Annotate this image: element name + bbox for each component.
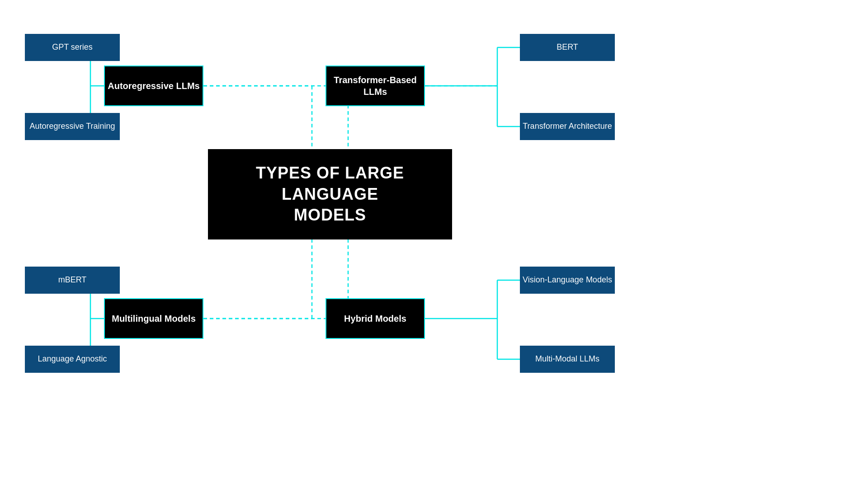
sub-box-transformer: Transformer-BasedLLMs [326, 66, 425, 106]
sub-box-hybrid-label: Hybrid Models [344, 313, 406, 324]
leaf-vision-language-label: Vision-Language Models [523, 275, 612, 285]
leaf-gpt-label: GPT series [52, 42, 93, 52]
leaf-multimodal-label: Multi-Modal LLMs [535, 354, 599, 364]
leaf-box-autoregressive-training: Autoregressive Training [25, 113, 120, 140]
leaf-box-bert: BERT [520, 34, 615, 61]
diagram: TYPES OF LARGE LANGUAGEMODELS Autoregres… [0, 0, 868, 488]
sub-box-multilingual-label: Multilingual Models [112, 313, 196, 324]
leaf-box-mbert: mBERT [25, 267, 120, 294]
sub-box-transformer-label: Transformer-BasedLLMs [334, 74, 416, 98]
leaf-box-transformer-arch: Transformer Architecture [520, 113, 615, 140]
leaf-bert-label: BERT [557, 42, 578, 52]
leaf-mbert-label: mBERT [58, 275, 87, 285]
sub-box-multilingual: Multilingual Models [104, 298, 203, 339]
center-box: TYPES OF LARGE LANGUAGEMODELS [208, 149, 452, 239]
leaf-transformer-arch-label: Transformer Architecture [523, 121, 612, 131]
sub-box-hybrid: Hybrid Models [326, 298, 425, 339]
leaf-box-language-agnostic: Language Agnostic [25, 346, 120, 373]
leaf-box-gpt: GPT series [25, 34, 120, 61]
sub-box-autoregressive-label: Autoregressive LLMs [108, 80, 199, 92]
leaf-box-vision-language: Vision-Language Models [520, 267, 615, 294]
leaf-autoregressive-training-label: Autoregressive Training [29, 121, 115, 131]
sub-box-autoregressive: Autoregressive LLMs [104, 66, 203, 106]
leaf-language-agnostic-label: Language Agnostic [38, 354, 107, 364]
center-title: TYPES OF LARGE LANGUAGEMODELS [208, 163, 452, 226]
leaf-box-multimodal: Multi-Modal LLMs [520, 346, 615, 373]
